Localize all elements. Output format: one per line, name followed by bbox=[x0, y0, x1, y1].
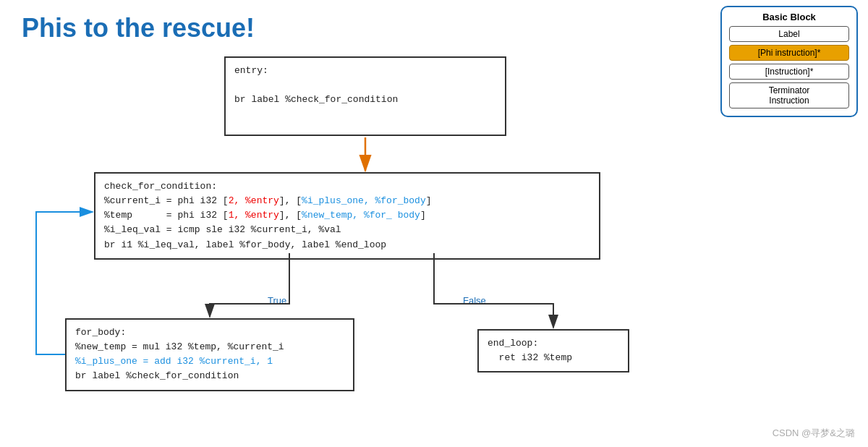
forbody-add: %i_plus_one = add i32 %current_i, 1 bbox=[75, 356, 273, 367]
entry-br: br label %check_for_condition bbox=[234, 94, 398, 105]
entry-label: entry: bbox=[234, 65, 268, 76]
check-label: check_for_condition: bbox=[104, 181, 217, 192]
basic-block-legend: Basic Block Label [Phi instruction]* [In… bbox=[720, 6, 858, 117]
check-phi2-val2: %new_temp, %for_ body bbox=[302, 210, 420, 221]
legend-phi: [Phi instruction]* bbox=[729, 45, 849, 61]
label-false: False bbox=[463, 295, 486, 306]
block-check: check_for_condition: %current_i = phi i3… bbox=[94, 172, 600, 260]
label-true: True bbox=[268, 295, 286, 306]
legend-label: Label bbox=[729, 26, 849, 42]
check-phi2-val1: 1, %entry bbox=[229, 210, 279, 221]
page-title: Phis to the rescue! bbox=[22, 13, 255, 43]
forbody-label: for_body: bbox=[75, 327, 126, 338]
check-icmp: %i_leq_val = icmp sle i32 %current_i, %v… bbox=[104, 224, 341, 235]
check-phi1-close: ] bbox=[426, 195, 432, 206]
check-phi1-mid: ], [ bbox=[279, 195, 302, 206]
endloop-ret: ret i32 %temp bbox=[488, 352, 572, 363]
check-phi1-val2: %i_plus_one, %for_body bbox=[302, 195, 426, 206]
check-phi2-prefix: %temp = phi i32 [ bbox=[104, 210, 229, 221]
legend-title: Basic Block bbox=[729, 12, 849, 22]
check-br: br i1 %i_leq_val, label %for_body, label… bbox=[104, 239, 386, 250]
watermark: CSDN @寻梦&之璐 bbox=[773, 427, 855, 440]
check-phi2-close: ] bbox=[420, 210, 426, 221]
check-phi2-mid: ], [ bbox=[279, 210, 302, 221]
check-phi1-prefix: %current_i = phi i32 [ bbox=[104, 195, 229, 206]
block-forbody: for_body: %new_temp = mul i32 %temp, %cu… bbox=[65, 318, 354, 391]
forbody-br: br label %check_for_condition bbox=[75, 370, 239, 381]
forbody-mul: %new_temp = mul i32 %temp, %current_i bbox=[75, 341, 284, 352]
endloop-label: end_loop: bbox=[488, 338, 538, 349]
block-endloop: end_loop: ret i32 %temp bbox=[477, 329, 629, 372]
legend-instruction: [Instruction]* bbox=[729, 64, 849, 80]
check-phi1-val1: 2, %entry bbox=[229, 195, 279, 206]
legend-terminator: TerminatorInstruction bbox=[729, 82, 849, 108]
block-entry: entry: br label %check_for_condition bbox=[224, 56, 506, 136]
